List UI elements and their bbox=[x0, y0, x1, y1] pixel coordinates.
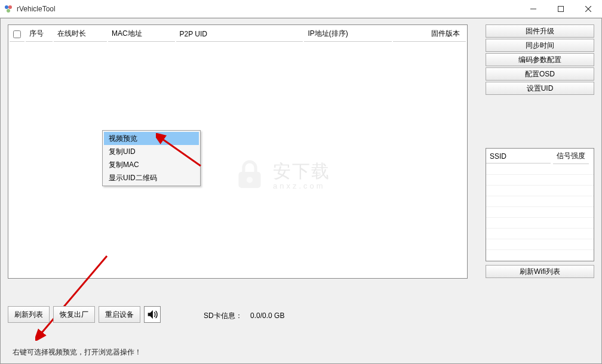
client-area: 序号 在线时长 MAC地址 P2P UID IP地址(排序) 固件版本 安下载 … bbox=[0, 18, 602, 364]
refresh-list-button[interactable]: 刷新列表 bbox=[8, 306, 50, 323]
firmware-upgrade-button[interactable]: 固件升级 bbox=[486, 24, 594, 38]
maximize-button[interactable] bbox=[547, 0, 575, 18]
speaker-icon[interactable] bbox=[144, 306, 161, 323]
sd-label: SD卡信息： bbox=[204, 311, 242, 320]
col-check[interactable] bbox=[10, 26, 24, 42]
wifi-row bbox=[486, 207, 594, 218]
device-table[interactable]: 序号 在线时长 MAC地址 P2P UID IP地址(排序) 固件版本 bbox=[8, 24, 468, 279]
close-button[interactable] bbox=[575, 0, 602, 18]
sd-value: 0.0/0.0 GB bbox=[250, 311, 284, 320]
hint-text: 右键可选择视频预览，打开浏览器操作！ bbox=[13, 347, 142, 357]
factory-reset-button[interactable]: 恢复出厂 bbox=[53, 306, 95, 323]
svg-rect-4 bbox=[558, 6, 564, 11]
svg-point-1 bbox=[8, 5, 12, 9]
wifi-row bbox=[486, 164, 594, 175]
reboot-button[interactable]: 重启设备 bbox=[99, 306, 140, 323]
set-uid-button[interactable]: 设置UID bbox=[486, 82, 594, 95]
col-fw[interactable]: 固件版本 bbox=[393, 26, 466, 42]
ctx-video-preview[interactable]: 视频预览 bbox=[104, 132, 199, 145]
side-button-group: 固件升级 同步时间 编码参数配置 配置OSD 设置UID bbox=[486, 24, 594, 96]
context-menu: 视频预览 复制UID 复制MAC 显示UID二维码 bbox=[102, 130, 201, 186]
svg-point-0 bbox=[5, 5, 8, 9]
wifi-row bbox=[486, 229, 594, 239]
sync-time-button[interactable]: 同步时间 bbox=[486, 39, 594, 52]
col-online[interactable]: 在线时长 bbox=[54, 26, 107, 42]
wifi-row bbox=[486, 239, 594, 250]
ctx-copy-uid[interactable]: 复制UID bbox=[104, 145, 199, 158]
col-signal[interactable]: 信号强度 bbox=[553, 149, 589, 164]
table-header-row: 序号 在线时长 MAC地址 P2P UID IP地址(排序) 固件版本 bbox=[10, 26, 466, 42]
ctx-copy-mac[interactable]: 复制MAC bbox=[104, 158, 199, 171]
wifi-row bbox=[486, 218, 594, 229]
minimize-button[interactable] bbox=[520, 0, 547, 18]
wifi-row bbox=[486, 186, 594, 196]
col-ip[interactable]: IP地址(排序) bbox=[304, 26, 392, 42]
col-index[interactable]: 序号 bbox=[26, 26, 53, 42]
window-title: rVehicleTool bbox=[17, 5, 520, 13]
title-bar: rVehicleTool bbox=[0, 0, 602, 18]
select-all-checkbox[interactable] bbox=[13, 30, 21, 38]
col-ssid[interactable]: SSID bbox=[486, 150, 551, 164]
svg-point-2 bbox=[7, 9, 10, 13]
col-mac[interactable]: MAC地址 bbox=[108, 26, 174, 42]
wifi-row bbox=[486, 175, 594, 186]
wifi-refresh-button[interactable]: 刷新Wifi列表 bbox=[486, 265, 594, 278]
wifi-panel: SSID 信号强度 刷新Wifi列表 bbox=[486, 148, 594, 278]
ctx-show-qr[interactable]: 显示UID二维码 bbox=[104, 171, 199, 184]
sd-info: SD卡信息： 0.0/0.0 GB bbox=[204, 311, 284, 321]
wifi-table[interactable]: SSID 信号强度 bbox=[486, 148, 594, 261]
bottom-bar: 刷新列表 恢复出厂 重启设备 bbox=[8, 306, 161, 323]
osd-config-button[interactable]: 配置OSD bbox=[486, 67, 594, 81]
col-p2p[interactable]: P2P UID bbox=[176, 26, 303, 42]
wifi-row bbox=[486, 196, 594, 207]
app-icon bbox=[4, 4, 13, 14]
encode-config-button[interactable]: 编码参数配置 bbox=[486, 53, 594, 66]
